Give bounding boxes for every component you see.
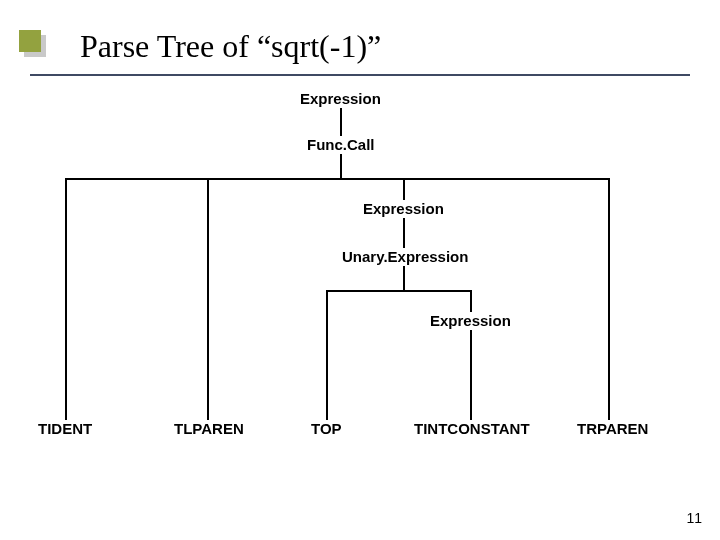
leaf-tident: TIDENT	[38, 420, 92, 437]
leaf-top: TOP	[311, 420, 342, 437]
node-unary-expression: Unary.Expression	[342, 248, 468, 265]
title-underline	[30, 74, 690, 76]
edge-funccall-hbar	[65, 178, 610, 180]
title-bar: Parse Tree of “sqrt(-1)”	[80, 28, 690, 80]
node-expression-root: Expression	[300, 90, 381, 107]
edge-to-expr2	[403, 178, 405, 200]
edge-root-to-funccall	[340, 108, 342, 136]
edge-to-tident	[65, 178, 67, 420]
edge-unary-hbar	[326, 290, 472, 292]
page-number: 11	[686, 510, 702, 526]
node-expression-arg: Expression	[363, 200, 444, 217]
leaf-tlparen: TLPAREN	[174, 420, 244, 437]
leaf-tintconstant: TINTCONSTANT	[414, 420, 530, 437]
page-title: Parse Tree of “sqrt(-1)”	[80, 28, 381, 64]
title-underline-shadow	[32, 77, 692, 80]
edge-funccall-stub	[340, 154, 342, 178]
edge-to-expr3	[470, 290, 472, 312]
edge-to-tlparen	[207, 178, 209, 420]
parse-tree-diagram: Expression Func.Call Expression Unary.Ex…	[0, 90, 720, 490]
node-funccall: Func.Call	[307, 136, 375, 153]
edge-expr3-to-tint	[470, 330, 472, 420]
edge-to-trparen	[608, 178, 610, 420]
node-expression-inner: Expression	[430, 312, 511, 329]
edge-to-top	[326, 290, 328, 420]
edge-unary-stub	[403, 266, 405, 290]
leaf-trparen: TRPAREN	[577, 420, 648, 437]
accent-square	[19, 30, 41, 52]
edge-expr2-to-unary	[403, 218, 405, 248]
